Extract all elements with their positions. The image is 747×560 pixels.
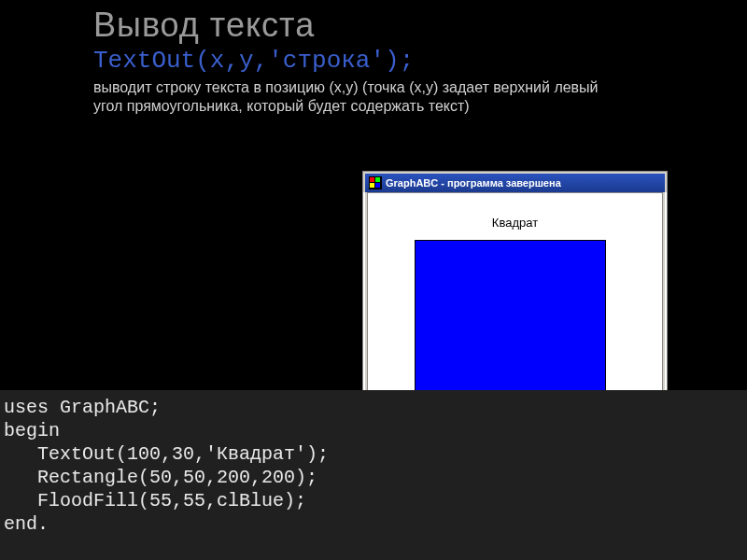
code-block: uses GraphABC; begin TextOut(100,30,'Ква… (0, 390, 747, 560)
code-line: end. (4, 513, 49, 535)
code-line: uses GraphABC; (4, 397, 161, 418)
description-text: выводит строку текста в позицию (x,y) (т… (93, 78, 616, 116)
syntax-signature: TextOut(x,y,'строка'); (93, 47, 700, 75)
output-label: Квадрат (492, 216, 538, 230)
slide-title: Вывод текста (93, 6, 700, 45)
window-titlebar: GraphABC - программа завершена (363, 172, 667, 192)
app-icon (369, 176, 382, 189)
code-line: FloodFill(55,55,clBlue); (4, 490, 306, 511)
code-line: TextOut(100,30,'Квадрат'); (4, 443, 329, 465)
code-line: begin (4, 420, 60, 441)
window-title: GraphABC - программа завершена (386, 177, 561, 189)
code-line: Rectangle(50,50,200,200); (4, 467, 317, 488)
